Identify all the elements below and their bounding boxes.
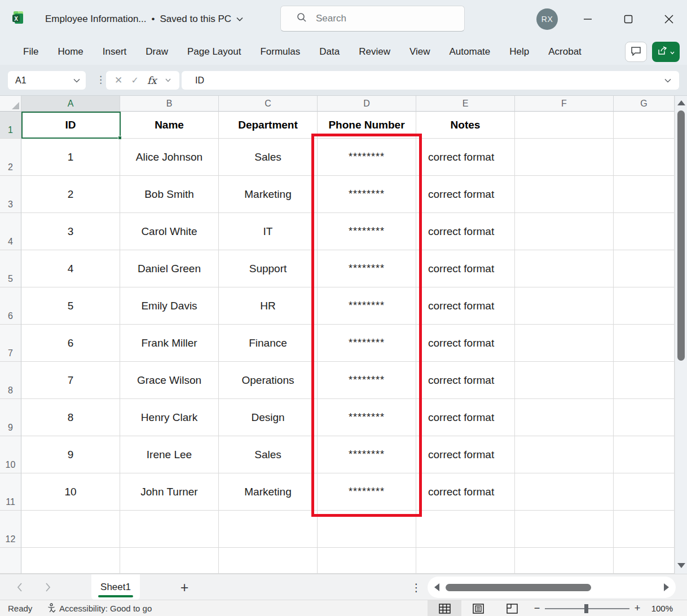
cell[interactable]: Alice Johnson [120, 139, 219, 176]
close-button[interactable] [651, 0, 687, 38]
cell[interactable]: Design [219, 399, 318, 436]
cell[interactable]: Marketing [219, 473, 318, 511]
formula-input[interactable]: ID [182, 71, 679, 90]
column-header-E[interactable]: E [416, 96, 515, 112]
cell[interactable]: ******** [318, 176, 416, 213]
cell[interactable] [515, 548, 614, 574]
chevron-down-icon[interactable] [73, 78, 80, 83]
zoom-out-button[interactable]: − [529, 602, 545, 614]
column-header-G[interactable]: G [614, 96, 675, 112]
cell[interactable]: ******** [318, 399, 416, 436]
chevron-down-icon[interactable] [165, 78, 171, 82]
cell[interactable]: Carol White [120, 213, 219, 250]
cell[interactable] [614, 213, 675, 250]
cell[interactable]: 10 [21, 473, 120, 511]
cell[interactable] [318, 548, 416, 574]
cell[interactable]: ******** [318, 250, 416, 287]
search-input[interactable]: Search [280, 6, 465, 32]
row-header-2[interactable]: 2 [0, 139, 21, 176]
cell[interactable] [120, 548, 219, 574]
page-break-preview-button[interactable] [495, 600, 529, 616]
row-header-9[interactable]: 9 [0, 399, 21, 436]
cell[interactable] [21, 511, 120, 548]
cell[interactable]: correct format [416, 287, 515, 325]
ribbon-tab-home[interactable]: Home [48, 43, 93, 61]
cell[interactable]: correct format [416, 362, 515, 399]
cell[interactable]: Sales [219, 436, 318, 473]
cell[interactable]: Grace Wilson [120, 362, 219, 399]
vertical-scrollbar-thumb[interactable] [677, 110, 685, 361]
cell[interactable]: 7 [21, 362, 120, 399]
ribbon-tab-help[interactable]: Help [500, 43, 539, 61]
cell[interactable]: ******** [318, 213, 416, 250]
ribbon-tab-automate[interactable]: Automate [440, 43, 500, 61]
next-sheet-icon[interactable] [39, 574, 56, 600]
cell[interactable] [515, 287, 614, 325]
cell[interactable] [614, 436, 675, 473]
cell[interactable]: correct format [416, 139, 515, 176]
ribbon-tab-data[interactable]: Data [310, 43, 349, 61]
insert-function-button[interactable]: fx [147, 74, 157, 86]
cell[interactable]: Support [219, 250, 318, 287]
cell[interactable]: 9 [21, 436, 120, 473]
cell[interactable] [614, 362, 675, 399]
cell[interactable]: ******** [318, 287, 416, 325]
cell[interactable] [515, 139, 614, 176]
row-header-3[interactable]: 3 [0, 176, 21, 213]
horizontal-scrollbar-thumb[interactable] [446, 584, 591, 591]
column-header-B[interactable]: B [120, 96, 219, 112]
cell[interactable]: 5 [21, 287, 120, 325]
scroll-left-icon[interactable] [434, 583, 439, 591]
cell[interactable] [515, 176, 614, 213]
cell[interactable]: Henry Clark [120, 399, 219, 436]
cell-header[interactable]: ID [21, 112, 120, 139]
ribbon-tab-draw[interactable]: Draw [136, 43, 178, 61]
cell[interactable] [614, 548, 675, 574]
cell[interactable]: 8 [21, 399, 120, 436]
cell[interactable] [219, 548, 318, 574]
tab-sheet1[interactable]: Sheet1 [91, 574, 140, 600]
row-header-7[interactable]: 7 [0, 325, 21, 362]
scroll-down-icon[interactable] [677, 563, 685, 568]
cell[interactable]: John Turner [120, 473, 219, 511]
cell[interactable]: Frank Miller [120, 325, 219, 362]
cell[interactable] [515, 436, 614, 473]
row-header-8[interactable]: 8 [0, 362, 21, 399]
row-header-5[interactable]: 5 [0, 250, 21, 287]
cell[interactable] [515, 399, 614, 436]
cell[interactable] [614, 139, 675, 176]
cell[interactable] [515, 213, 614, 250]
avatar[interactable]: RX [536, 8, 558, 30]
cell[interactable] [614, 511, 675, 548]
cell[interactable] [515, 511, 614, 548]
ribbon-tab-insert[interactable]: Insert [93, 43, 136, 61]
row-header-13[interactable] [0, 548, 21, 574]
cell[interactable] [515, 362, 614, 399]
cell[interactable]: Daniel Green [120, 250, 219, 287]
ribbon-tab-file[interactable]: File [14, 43, 48, 61]
document-title-group[interactable]: Employee Information... • Saved to this … [45, 0, 243, 38]
cell[interactable] [515, 473, 614, 511]
cell[interactable] [515, 112, 614, 139]
formula-bar-grip-icon[interactable]: ⋮ [96, 74, 105, 86]
cell[interactable]: 4 [21, 250, 120, 287]
cell[interactable]: 2 [21, 176, 120, 213]
cell[interactable] [614, 250, 675, 287]
column-header-D[interactable]: D [318, 96, 416, 112]
cell[interactable]: Marketing [219, 176, 318, 213]
page-layout-view-button[interactable] [461, 600, 495, 616]
zoom-slider[interactable] [545, 608, 629, 609]
sheet-options-kebab-icon[interactable]: ⋮ [409, 574, 423, 600]
normal-view-button[interactable] [428, 600, 461, 616]
cell[interactable] [614, 112, 675, 139]
zoom-level[interactable]: 100% [651, 600, 673, 616]
cell[interactable]: Sales [219, 139, 318, 176]
row-header-11[interactable]: 11 [0, 473, 21, 511]
share-button[interactable] [652, 42, 680, 62]
cell[interactable] [515, 325, 614, 362]
cell[interactable]: Operations [219, 362, 318, 399]
cell[interactable] [318, 511, 416, 548]
cell[interactable]: correct format [416, 213, 515, 250]
minimize-button[interactable] [570, 0, 606, 38]
cell[interactable] [515, 250, 614, 287]
